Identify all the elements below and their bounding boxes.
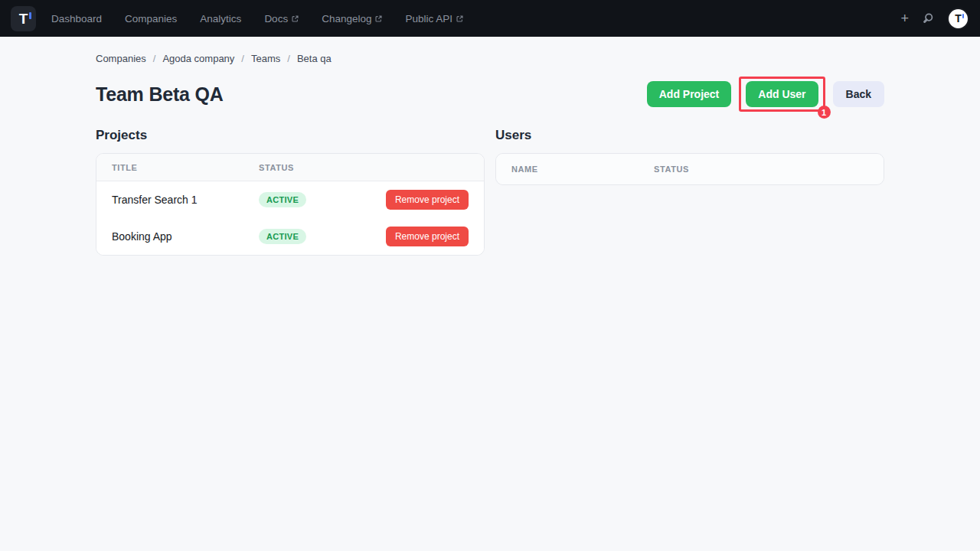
app-logo-letter: T [19, 11, 28, 26]
annotation-highlight: Add User 1 [739, 77, 825, 112]
projects-heading: Projects [96, 128, 485, 143]
column-header-status: STATUS [654, 165, 868, 174]
status-badge: ACTIVE [259, 229, 306, 244]
nav-item-dashboard[interactable]: Dashboard [51, 13, 102, 24]
projects-table: TITLE STATUS Transfer Search 1 ACTIVE Re… [96, 153, 485, 256]
search-icon[interactable] [922, 12, 934, 24]
breadcrumb-beta-qa[interactable]: Beta qa [297, 53, 332, 64]
app-logo[interactable]: T [11, 6, 36, 31]
add-icon[interactable]: + [900, 11, 909, 25]
breadcrumb-teams[interactable]: Teams [251, 53, 280, 64]
nav-item-label: Docs [264, 13, 288, 24]
column-header-status: STATUS [259, 163, 469, 172]
page-title: Team Beta QA [96, 83, 224, 106]
external-link-icon [375, 15, 382, 22]
table-row: Transfer Search 1 ACTIVE Remove project [96, 181, 484, 218]
back-button[interactable]: Back [833, 81, 884, 107]
external-link-icon [292, 15, 299, 22]
nav-item-analytics[interactable]: Analytics [200, 13, 241, 24]
nav-item-changelog[interactable]: Changelog [322, 13, 382, 24]
avatar-letter: T [955, 13, 962, 24]
breadcrumb-companies[interactable]: Companies [96, 53, 146, 64]
nav-item-label: Public API [405, 13, 452, 24]
main-nav: Dashboard Companies Analytics Docs Chang… [51, 13, 463, 24]
breadcrumb-separator: / [241, 53, 244, 64]
top-navbar: T Dashboard Companies Analytics Docs Cha… [0, 0, 980, 37]
nav-item-public-api[interactable]: Public API [405, 13, 463, 24]
nav-item-companies[interactable]: Companies [125, 13, 177, 24]
projects-section: Projects TITLE STATUS Transfer Search 1 … [96, 128, 485, 256]
external-link-icon [456, 15, 463, 22]
remove-project-button[interactable]: Remove project [386, 190, 469, 210]
breadcrumb-separator: / [287, 53, 290, 64]
page-content: Companies / Agoda company / Teams / Beta… [96, 37, 884, 256]
users-table-header: NAME STATUS [496, 154, 884, 184]
nav-item-label: Changelog [322, 13, 371, 24]
status-cell: ACTIVE [259, 229, 386, 244]
users-table: NAME STATUS [495, 153, 884, 185]
user-avatar[interactable]: T [947, 8, 969, 30]
breadcrumb-agoda-company[interactable]: Agoda company [162, 53, 234, 64]
nav-item-docs[interactable]: Docs [264, 13, 299, 24]
project-title: Transfer Search 1 [112, 194, 259, 206]
users-section: Users NAME STATUS [495, 128, 884, 185]
remove-project-button[interactable]: Remove project [386, 227, 469, 246]
breadcrumb-separator: / [153, 53, 156, 64]
navbar-right: + T [900, 8, 969, 30]
content-grid: Projects TITLE STATUS Transfer Search 1 … [96, 128, 884, 256]
projects-table-header: TITLE STATUS [96, 154, 484, 181]
column-header-name: NAME [511, 165, 654, 174]
page-actions: Add Project Add User 1 Back [647, 77, 884, 112]
users-heading: Users [495, 128, 884, 143]
title-row: Team Beta QA Add Project Add User 1 Back [96, 78, 884, 110]
table-row: Booking App ACTIVE Remove project [96, 218, 484, 255]
status-cell: ACTIVE [259, 192, 386, 207]
column-header-title: TITLE [112, 163, 259, 172]
breadcrumb: Companies / Agoda company / Teams / Beta… [96, 53, 884, 64]
status-badge: ACTIVE [259, 192, 306, 207]
add-project-button[interactable]: Add Project [647, 81, 732, 107]
add-user-button[interactable]: Add User [746, 81, 818, 107]
project-title: Booking App [112, 230, 259, 243]
annotation-step-badge: 1 [818, 106, 831, 119]
